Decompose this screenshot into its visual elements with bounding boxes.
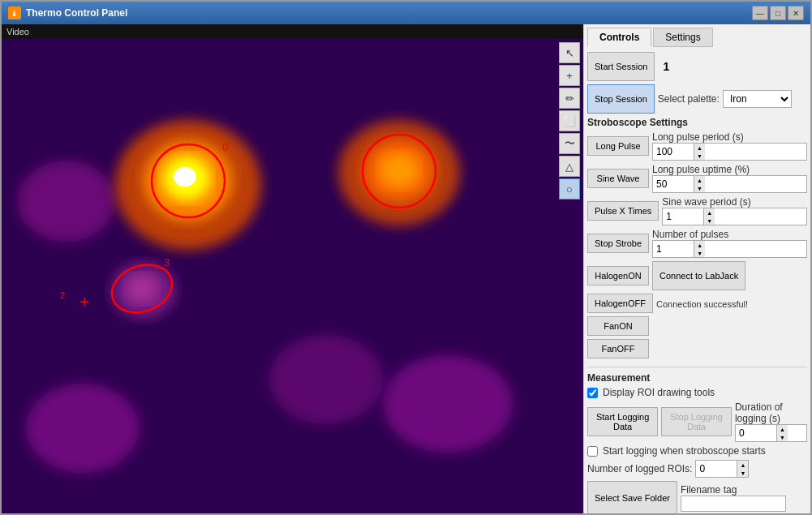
num-pulses-down[interactable]: ▼ xyxy=(694,249,705,257)
start-logging-button[interactable]: Start Logging Data xyxy=(587,407,658,436)
num-pulses-label: Number of pulses xyxy=(652,229,807,240)
stop-logging-button[interactable]: Stop Logging Data xyxy=(661,407,732,436)
sine-wave-period-row: Pulse X Times Sine wave period (s) ▲ ▼ xyxy=(587,196,807,225)
duration-logging-input[interactable] xyxy=(736,426,776,440)
halogen-row: HalogenON Connect to LabJack xyxy=(587,261,807,290)
long-pulse-button[interactable]: Long Pulse xyxy=(587,136,649,156)
svg-rect-15 xyxy=(2,39,583,513)
connect-labjack-button[interactable]: Connect to LabJack xyxy=(652,261,745,290)
start-session-button[interactable]: Start Session xyxy=(587,52,655,81)
svg-text:2: 2 xyxy=(60,290,65,300)
palette-label: Select palette: xyxy=(658,93,720,105)
triangle-tool-button[interactable]: △ xyxy=(559,156,580,177)
session-row: Start Session 1 xyxy=(587,52,807,81)
num-logged-rois-label: Number of logged ROIs: xyxy=(587,463,692,474)
num-rois-up[interactable]: ▲ xyxy=(737,461,748,469)
tab-settings[interactable]: Settings xyxy=(653,28,712,47)
curve-tool-button[interactable]: 〜 xyxy=(559,133,580,154)
long-pulse-uptime-input[interactable] xyxy=(653,177,694,191)
duration-logging-label: Duration of logging (s) xyxy=(735,401,807,424)
main-content: Video xyxy=(2,24,810,513)
select-save-folder-button[interactable]: Select Save Folder xyxy=(587,481,677,513)
stop-strobe-button[interactable]: Stop Strobe xyxy=(587,234,649,253)
long-pulse-uptime-down[interactable]: ▼ xyxy=(694,184,705,192)
fan-off-row: FanOFF xyxy=(587,339,807,358)
right-panel: Controls Settings Start Session 1 Stop S… xyxy=(583,24,810,513)
sine-wave-period-down[interactable]: ▼ xyxy=(703,217,715,225)
tab-controls[interactable]: Controls xyxy=(587,28,651,47)
logging-row: Start Logging Data Stop Logging Data Dur… xyxy=(587,401,807,442)
svg-text:0: 0 xyxy=(222,141,228,153)
connection-status: Connection successful! xyxy=(656,299,748,309)
sine-wave-period-label: Sine wave period (s) xyxy=(662,196,807,208)
video-panel: Video xyxy=(2,24,583,513)
fan-buttons-row: FanON xyxy=(587,316,807,336)
num-pulses-spinbox: ▲ ▼ xyxy=(652,240,807,258)
long-pulse-uptime-spinbox: ▲ ▼ xyxy=(652,175,807,193)
window-title: Thermo Control Panel xyxy=(26,7,752,19)
log-strobe-checkbox[interactable] xyxy=(587,446,598,457)
close-button[interactable]: ✕ xyxy=(788,6,804,20)
num-pulses-input[interactable] xyxy=(653,242,694,256)
long-pulse-period-spinbox: ▲ ▼ xyxy=(652,143,807,161)
display-roi-checkbox[interactable] xyxy=(587,388,598,398)
pulse-x-times-button[interactable]: Pulse X Times xyxy=(587,201,659,221)
video-area: 0 1 3 2 ↖ + ✏ ⬜ xyxy=(2,39,583,513)
stroboscope-title: Stroboscope Settings xyxy=(587,117,807,128)
thermal-display: 0 1 3 2 xyxy=(2,39,583,513)
sine-wave-period-up[interactable]: ▲ xyxy=(703,208,715,217)
num-pulses-up[interactable]: ▲ xyxy=(694,241,705,249)
sine-wave-button[interactable]: Sine Wave xyxy=(587,169,649,188)
title-bar: 🌡 Thermo Control Panel — □ ✕ xyxy=(2,2,810,24)
roi-toolbar: ↖ + ✏ ⬜ 〜 △ ○ xyxy=(559,42,580,200)
long-pulse-period-label: Long pulse period (s) xyxy=(652,131,807,143)
num-rois-down[interactable]: ▼ xyxy=(737,469,748,477)
video-label: Video xyxy=(2,24,583,39)
num-logged-rois-spinbox: ▲ ▼ xyxy=(695,460,749,478)
duration-logging-spinbox: ▲ ▼ xyxy=(735,424,807,442)
circle-tool-button[interactable]: ○ xyxy=(559,178,580,200)
filename-tag-label: Filename tag xyxy=(681,484,807,496)
save-folder-row: Select Save Folder Filename tag xyxy=(587,481,807,513)
palette-select[interactable]: Iron Rainbow Grayscale Hot xyxy=(723,90,792,108)
maximize-button[interactable]: □ xyxy=(770,6,786,20)
num-logged-rois-row: Number of logged ROIs: ▲ ▼ xyxy=(587,460,807,478)
filename-tag-input[interactable] xyxy=(681,496,786,512)
num-pulses-row: Stop Strobe Number of pulses ▲ ▼ xyxy=(587,229,807,258)
sine-wave-period-spinbox: ▲ ▼ xyxy=(662,208,807,225)
add-point-button[interactable]: + xyxy=(559,65,580,86)
halogen-off-button[interactable]: HalogenOFF xyxy=(587,294,653,313)
main-window: 🌡 Thermo Control Panel — □ ✕ Video xyxy=(0,0,812,515)
long-pulse-uptime-up[interactable]: ▲ xyxy=(694,176,705,184)
fan-row: HalogenOFF Connection successful! xyxy=(587,294,807,313)
sine-wave-period-input[interactable] xyxy=(663,209,703,224)
duration-up[interactable]: ▲ xyxy=(776,425,788,433)
long-pulse-uptime-label: Long pulse uptime (%) xyxy=(652,164,807,175)
rect-tool-button[interactable]: ⬜ xyxy=(559,110,580,131)
log-strobe-row: Start logging when stroboscope starts xyxy=(587,445,807,457)
tabs: Controls Settings xyxy=(587,28,807,47)
svg-text:3: 3 xyxy=(164,256,170,268)
session-value: 1 xyxy=(663,60,669,73)
long-pulse-period-down[interactable]: ▼ xyxy=(694,152,705,160)
long-pulse-period-input[interactable] xyxy=(653,144,694,159)
long-pulse-period-up[interactable]: ▲ xyxy=(694,144,705,152)
draw-tool-button[interactable]: ✏ xyxy=(559,88,580,109)
select-tool-button[interactable]: ↖ xyxy=(559,42,580,63)
minimize-button[interactable]: — xyxy=(752,6,768,20)
long-pulse-uptime-row: Sine Wave Long pulse uptime (%) ▲ ▼ xyxy=(587,164,807,193)
fan-off-button[interactable]: FanOFF xyxy=(587,339,649,358)
display-roi-row: Display ROI drawing tools xyxy=(587,387,807,398)
log-strobe-label: Start logging when stroboscope starts xyxy=(603,445,766,457)
fan-on-button[interactable]: FanON xyxy=(587,316,649,336)
duration-down[interactable]: ▼ xyxy=(776,433,788,441)
long-pulse-period-row: Long Pulse Long pulse period (s) ▲ ▼ xyxy=(587,131,807,161)
num-logged-rois-input[interactable] xyxy=(696,461,737,476)
stop-palette-row: Stop Session Select palette: Iron Rainbo… xyxy=(587,84,807,114)
display-roi-label: Display ROI drawing tools xyxy=(603,387,715,398)
measurement-title: Measurement xyxy=(587,372,807,384)
halogen-on-button[interactable]: HalogenON xyxy=(587,266,649,285)
app-icon: 🌡 xyxy=(8,6,21,19)
stop-session-button[interactable]: Stop Session xyxy=(587,84,655,114)
window-controls: — □ ✕ xyxy=(752,6,804,20)
